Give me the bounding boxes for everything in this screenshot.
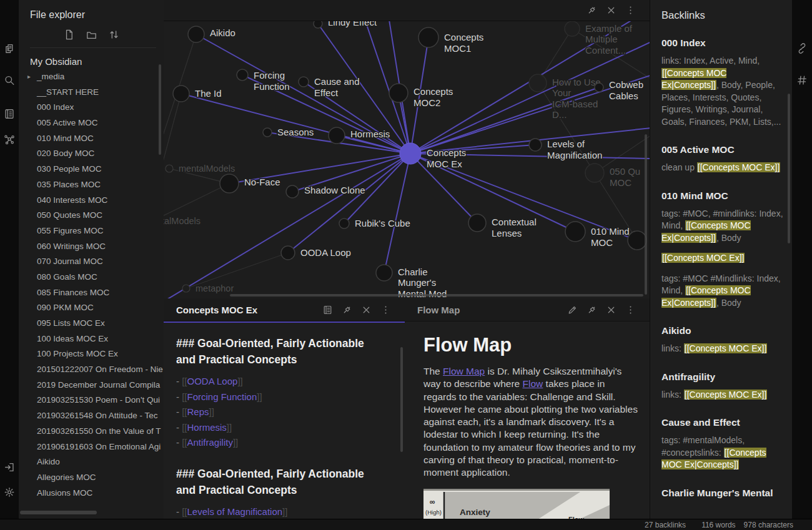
backlink-file-heading[interactable]: Antifragility xyxy=(661,371,786,383)
backlink-match[interactable]: tags: #MOC, #mindlinks: Index, Mind, [[C… xyxy=(661,208,786,245)
graph-node-context[interactable] xyxy=(468,214,486,232)
tags-hash-icon[interactable] xyxy=(796,74,808,86)
edit-pencil-icon[interactable] xyxy=(567,305,578,315)
more-options-icon[interactable] xyxy=(625,305,636,315)
vault-name[interactable]: My Obsidian xyxy=(30,56,164,67)
file-tree-item[interactable]: 020 Body MOC xyxy=(19,146,164,162)
file-tree-item[interactable]: 201501222007 On Freedom - Nie xyxy=(19,362,164,378)
file-tree-item[interactable]: 030 People MOC xyxy=(19,162,164,177)
backlinks-vertical-scrollbar[interactable] xyxy=(788,94,790,243)
internal-link[interactable]: Hormesis xyxy=(187,422,227,433)
search-icon[interactable] xyxy=(4,74,16,86)
graph-node-moc2[interactable] xyxy=(389,84,408,102)
new-file-icon[interactable] xyxy=(63,29,75,41)
open-vault-icon[interactable] xyxy=(4,461,16,473)
backlink-match[interactable]: links: [[Concepts MOC Ex]] xyxy=(661,343,786,355)
graph-node-ooda[interactable] xyxy=(281,246,295,260)
internal-link[interactable]: Reps xyxy=(187,406,209,417)
graph-node-theid[interactable] xyxy=(173,86,189,102)
graph-node-center[interactable] xyxy=(400,143,421,164)
backlink-file-heading[interactable]: Cause and Effect xyxy=(661,417,786,428)
daily-note-icon[interactable] xyxy=(4,108,16,120)
file-tree-item[interactable]: __START HERE xyxy=(19,85,164,101)
backlink-file-heading[interactable]: 000 Index xyxy=(661,37,786,49)
graph-node-seasons[interactable] xyxy=(263,128,272,137)
graph-node-cobweb[interactable] xyxy=(595,83,603,92)
file-tree-folder[interactable]: ▸_media xyxy=(19,69,164,85)
pin-icon[interactable] xyxy=(342,305,352,315)
file-tree-item[interactable]: 050 Quotes MOC xyxy=(19,208,164,223)
file-tree-item[interactable]: 201903261548 On Attitude - Tec xyxy=(19,408,164,424)
graph-node-example[interactable] xyxy=(565,21,580,36)
file-tree-item[interactable]: 100 Projects MOC Ex xyxy=(19,346,164,362)
backlink-match[interactable]: tags: #mentalModels, #conceptslinks: [[C… xyxy=(661,434,786,471)
file-tree-item[interactable]: Allegories MOC xyxy=(19,470,164,486)
file-tree-item[interactable]: 060 Writings MOC xyxy=(19,239,164,255)
backlinks-link-icon[interactable] xyxy=(796,42,808,54)
graph-node-levels[interactable] xyxy=(529,139,542,151)
internal-link[interactable]: Flow xyxy=(523,378,543,389)
file-tree-item[interactable]: 035 Places MOC xyxy=(19,177,164,193)
backlink-match[interactable]: tags: #MOC #Mindlinks: Index, Mind, [[Co… xyxy=(661,273,786,310)
close-icon[interactable] xyxy=(606,305,616,315)
backlink-match[interactable]: links: Index, Active, Mind, [[Concepts M… xyxy=(661,55,786,128)
internal-link[interactable]: OODA Loop xyxy=(187,376,238,386)
concepts-note-editor[interactable]: ### Goal-Oriented, Fairly Actionable and… xyxy=(164,323,405,519)
backlink-match[interactable]: clean up [[Concepts MOC Ex]] xyxy=(661,162,786,174)
local-graph-canvas[interactable]: Lindy EffectAikidoConceptsMOC1Example of… xyxy=(164,0,650,298)
graph-node-aikido[interactable] xyxy=(188,26,204,42)
backlink-count-status[interactable]: 27 backlinks xyxy=(645,521,686,529)
file-tree-item[interactable]: 201903261550 On the Value of T xyxy=(19,424,164,439)
graph-node-metaphor[interactable] xyxy=(182,285,190,292)
graph-node-charlie[interactable] xyxy=(376,265,392,281)
close-icon[interactable] xyxy=(361,305,372,315)
graph-view-icon[interactable] xyxy=(4,134,16,145)
graph-node-hormesis[interactable] xyxy=(329,127,345,144)
graph-node-mm1[interactable] xyxy=(166,165,173,172)
close-icon[interactable] xyxy=(606,5,616,16)
graph-node-shadow[interactable] xyxy=(286,185,299,198)
backlink-file-heading[interactable]: Aikido xyxy=(661,325,786,336)
graph-node-howto[interactable] xyxy=(529,74,547,92)
settings-gear-icon[interactable] xyxy=(4,486,16,498)
internal-link[interactable]: Flow Map xyxy=(443,366,485,376)
graph-node-noface[interactable] xyxy=(220,174,239,193)
file-tree-item[interactable]: 040 Interests MOC xyxy=(19,193,164,209)
file-tree-item[interactable]: 201906191603 On Emotional Agi xyxy=(19,439,164,455)
file-tree-item[interactable]: 095 Lists MOC Ex xyxy=(19,316,164,331)
internal-link[interactable]: Antifragility xyxy=(187,437,233,448)
concepts-pane-header[interactable]: Concepts MOC Ex xyxy=(164,298,405,321)
sort-order-icon[interactable] xyxy=(108,29,120,41)
concepts-vertical-scrollbar[interactable] xyxy=(400,347,403,452)
graph-node-forcing[interactable] xyxy=(237,69,248,81)
file-tree-item[interactable]: 070 Journal MOC xyxy=(19,254,164,270)
files-icon[interactable] xyxy=(4,42,16,54)
graph-horizontal-scrollbar[interactable] xyxy=(230,294,643,297)
file-tree-item[interactable]: 100 Ideas MOC Ex xyxy=(19,331,164,347)
new-folder-icon[interactable] xyxy=(86,29,97,41)
file-tree-item[interactable]: 055 Figures MOC xyxy=(19,223,164,239)
graph-node-rubik[interactable] xyxy=(339,218,349,228)
file-tree-item[interactable]: Aikido xyxy=(19,454,164,470)
backlink-file-heading[interactable]: 005 Active MOC xyxy=(661,144,786,155)
graph-vertical-scrollbar[interactable] xyxy=(645,134,647,295)
flow-channel-diagram-image[interactable]: ∞ (High) Anxiety Flow Channel xyxy=(423,489,610,519)
collapse-arrow-icon[interactable]: ▸ xyxy=(27,69,31,85)
internal-link[interactable]: Forcing Function xyxy=(187,391,257,402)
flow-pane-header[interactable]: Flow Map xyxy=(405,298,650,321)
backlink-match[interactable]: links: [[Concepts MOC Ex]] xyxy=(661,389,786,401)
graph-node-moc1[interactable] xyxy=(418,27,438,47)
more-options-icon[interactable] xyxy=(625,5,636,16)
backlink-file-heading[interactable]: Charlie Munger's Mental xyxy=(661,488,786,499)
backlink-file-heading[interactable]: 010 Mind MOC xyxy=(661,190,786,202)
file-tree-item[interactable]: 085 Finances MOC xyxy=(19,285,164,301)
graph-node-mind010[interactable] xyxy=(565,222,585,242)
file-list-horizontal-scrollbar[interactable] xyxy=(20,511,97,514)
file-tree-item[interactable]: 2019 December Journal Compila xyxy=(19,378,164,393)
reading-view-icon[interactable] xyxy=(322,305,333,315)
file-tree-item[interactable]: 090 PKM MOC xyxy=(19,300,164,316)
file-tree-item[interactable]: 005 Active MOC xyxy=(19,115,164,131)
graph-node-clipright[interactable] xyxy=(628,231,646,250)
pin-icon[interactable] xyxy=(587,305,597,315)
file-list-vertical-scrollbar[interactable] xyxy=(159,64,161,155)
